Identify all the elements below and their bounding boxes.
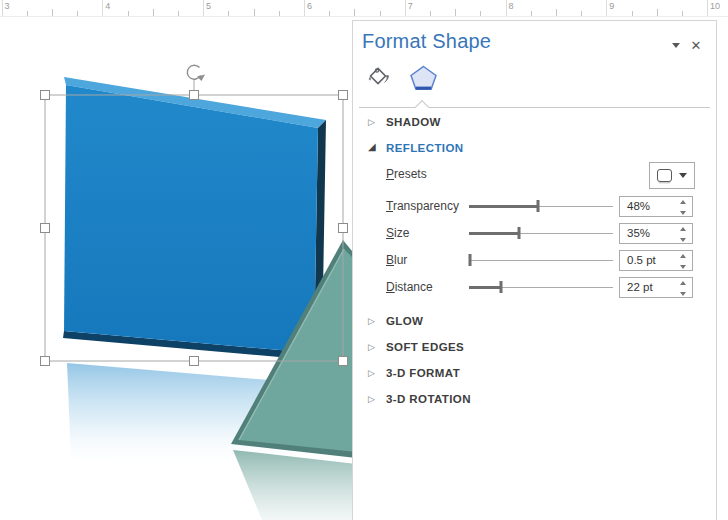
effects-pentagon-icon [409, 64, 438, 91]
ruler-major-tick [405, 0, 406, 16]
transparency-slider[interactable] [469, 194, 613, 218]
ruler-major-tick [707, 0, 708, 16]
slider-thumb[interactable] [499, 281, 502, 293]
spinner-down-icon [680, 211, 686, 215]
ruler-number: 7 [408, 1, 413, 11]
blur-slider[interactable] [469, 248, 613, 272]
paint-bucket-icon [366, 64, 393, 90]
ruler-minor-tick [480, 11, 481, 16]
application-window: 345678910 [0, 0, 728, 520]
section-label: GLOW [386, 312, 423, 330]
size-row: Size 35% [353, 221, 716, 245]
ruler-minor-tick [279, 11, 280, 16]
resize-handle-top-left[interactable] [41, 91, 50, 100]
ruler-minor-tick [228, 11, 229, 16]
section-header-3d-format[interactable]: ▷ 3-D FORMAT [353, 364, 716, 382]
section-header-reflection[interactable]: ◢ REFLECTION [353, 139, 716, 157]
transparency-input[interactable]: 48% [619, 196, 693, 217]
reflection-preset-icon [657, 169, 672, 182]
ruler-major-tick [203, 0, 204, 16]
spinner-buttons[interactable] [678, 200, 687, 215]
ruler-minor-tick [27, 11, 28, 16]
chevron-down-icon [679, 173, 687, 178]
size-input[interactable]: 35% [619, 223, 693, 244]
slide-canvas[interactable] [0, 17, 352, 520]
section-header-soft-edges[interactable]: ▷ SOFT EDGES [353, 338, 716, 356]
horizontal-ruler: 345678910 [0, 0, 728, 17]
pane-options-button[interactable] [668, 37, 684, 53]
ruler-minor-tick [430, 11, 431, 16]
ruler-major-tick [506, 0, 507, 16]
ruler-minor-tick [581, 11, 582, 16]
close-button[interactable]: ✕ [688, 37, 704, 53]
close-icon: ✕ [691, 38, 702, 53]
resize-handle-top-right[interactable] [339, 91, 348, 100]
collapse-arrow-icon: ▷ [368, 393, 375, 405]
spinner-up-icon [680, 281, 686, 285]
blue-shape-front-face[interactable] [64, 85, 318, 353]
ruler-minor-tick [531, 11, 532, 16]
pane-title: Format Shape [362, 30, 491, 53]
spinner-down-icon [680, 292, 686, 296]
resize-handle-middle-left[interactable] [41, 224, 50, 233]
presets-label: Presets [386, 167, 427, 181]
size-label: Size [386, 226, 409, 240]
distance-input[interactable]: 22 pt [619, 277, 693, 298]
ruler-minor-tick [556, 9, 557, 16]
distance-row: Distance 22 pt [353, 275, 716, 299]
blur-input[interactable]: 0.5 pt [619, 250, 693, 271]
spinner-buttons[interactable] [678, 254, 687, 269]
active-tab-notch [415, 100, 429, 114]
spinner-down-icon [680, 265, 686, 269]
spinner-buttons[interactable] [678, 227, 687, 242]
ruler-number: 9 [609, 1, 614, 11]
resize-handle-bottom-left[interactable] [41, 357, 50, 366]
spinner-up-icon [680, 200, 686, 204]
section-header-3d-rotation[interactable]: ▷ 3-D ROTATION [353, 390, 716, 408]
ruler-minor-tick [354, 9, 355, 16]
format-shape-pane: Format Shape ✕ [352, 20, 717, 520]
ruler-number: 8 [509, 1, 514, 11]
rotation-handle[interactable] [187, 65, 205, 81]
ruler-minor-tick [52, 9, 53, 16]
ruler-minor-tick [380, 11, 381, 16]
spinner-up-icon [680, 254, 686, 258]
distance-label: Distance [386, 280, 433, 294]
section-label: REFLECTION [386, 139, 463, 157]
section-label: SHADOW [386, 113, 441, 131]
distance-slider[interactable] [469, 275, 613, 299]
slider-thumb[interactable] [468, 254, 471, 266]
ruler-minor-tick [128, 11, 129, 16]
section-header-glow[interactable]: ▷ GLOW [353, 312, 716, 330]
slider-thumb[interactable] [537, 200, 540, 212]
section-header-shadow[interactable]: ▷ SHADOW [353, 113, 716, 131]
resize-handle-bottom-middle[interactable] [190, 357, 199, 366]
ruler-minor-tick [153, 9, 154, 16]
tab-effects[interactable] [407, 61, 439, 93]
ruler-minor-tick [178, 11, 179, 16]
ruler-minor-tick [632, 11, 633, 16]
ruler-major-tick [2, 0, 3, 16]
blue-shape[interactable] [63, 77, 326, 360]
chevron-down-icon [672, 43, 680, 48]
resize-handle-top-middle[interactable] [190, 91, 199, 100]
resize-handle-middle-right[interactable] [339, 224, 348, 233]
spinner-buttons[interactable] [678, 281, 687, 296]
collapse-arrow-icon: ▷ [368, 367, 375, 379]
transparency-row: Transparency 48% [353, 194, 716, 218]
spinner-down-icon [680, 238, 686, 242]
ruler-major-tick [304, 0, 305, 16]
ruler-number: 4 [105, 1, 110, 11]
blur-row: Blur 0.5 pt [353, 248, 716, 272]
slider-thumb[interactable] [518, 227, 521, 239]
ruler-minor-tick [455, 9, 456, 16]
presets-dropdown-button[interactable] [649, 162, 695, 189]
resize-handle-bottom-right[interactable] [339, 357, 348, 366]
tab-fill-line[interactable] [363, 61, 395, 93]
section-label: 3-D ROTATION [386, 390, 471, 408]
ruler-number: 3 [5, 1, 10, 11]
transparency-label: Transparency [386, 199, 459, 213]
spinner-up-icon [680, 227, 686, 231]
pane-tabs [363, 61, 439, 93]
size-slider[interactable] [469, 221, 613, 245]
